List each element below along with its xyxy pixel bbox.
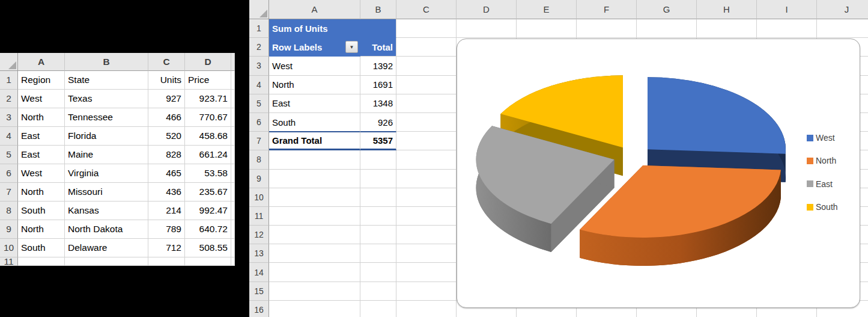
- pivot-row-value[interactable]: 1348: [360, 94, 396, 113]
- pivot-row-value[interactable]: 1392: [360, 57, 396, 75]
- row-header-12[interactable]: 12: [249, 226, 269, 244]
- column-header-C[interactable]: C: [396, 0, 457, 19]
- legend-item-east[interactable]: East: [807, 179, 833, 189]
- sheet-cell-r2-3[interactable]: 923.71: [185, 90, 231, 108]
- sheet-cell[interactable]: [269, 150, 360, 169]
- sheet-cell-sliver[interactable]: [231, 127, 235, 146]
- sheet-cell-sliver[interactable]: [231, 202, 235, 220]
- column-header-I[interactable]: I: [757, 0, 817, 19]
- sheet-cell[interactable]: [577, 19, 637, 38]
- pivot-row-value[interactable]: 1691: [360, 76, 396, 94]
- pivot-row-label[interactable]: South: [269, 113, 360, 132]
- row-header-2[interactable]: 2: [0, 90, 18, 108]
- sheet-cell-r3-1[interactable]: Tennessee: [65, 108, 148, 127]
- sheet-cell-r10-3[interactable]: 508.55: [185, 239, 231, 257]
- sheet-cell[interactable]: [269, 263, 360, 282]
- column-header-A[interactable]: A: [269, 0, 360, 19]
- sheet-cell-r8-0[interactable]: South: [18, 202, 65, 220]
- row-header-7[interactable]: 7: [0, 183, 18, 202]
- sheet-cell[interactable]: [817, 19, 868, 38]
- sheet-cell[interactable]: [396, 188, 457, 207]
- row-header-9[interactable]: 9: [249, 170, 269, 188]
- column-header-G[interactable]: G: [637, 0, 697, 19]
- sheet-cell[interactable]: [269, 282, 360, 301]
- sheet-cell-r8-3[interactable]: 992.47: [185, 202, 231, 220]
- sheet-cell-r9-2[interactable]: 789: [148, 220, 185, 239]
- row-header-10[interactable]: 10: [249, 188, 269, 207]
- sheet-cell-r6-2[interactable]: 465: [148, 164, 185, 183]
- column-header-B[interactable]: B: [360, 0, 396, 19]
- sheet-cell[interactable]: [269, 188, 360, 207]
- sheet-cell-r2-1[interactable]: Texas: [65, 90, 148, 108]
- sheet-cell-sliver[interactable]: [231, 108, 235, 127]
- sheet-cell-r7-2[interactable]: 436: [148, 183, 185, 202]
- sheet-cell[interactable]: [360, 207, 396, 226]
- column-header-C[interactable]: C: [148, 53, 185, 71]
- pivot-row-value[interactable]: 926: [360, 113, 396, 132]
- sheet-cell[interactable]: [396, 244, 457, 263]
- pivot-title-cell[interactable]: Sum of Units: [269, 19, 360, 38]
- row-header-3[interactable]: 3: [249, 57, 269, 75]
- sheet-cell-partial-2[interactable]: [148, 257, 185, 266]
- sheet-cell-r3-2[interactable]: 466: [148, 108, 185, 127]
- sheet-cell-partial-3[interactable]: [185, 257, 231, 266]
- row-header-11[interactable]: 11: [249, 207, 269, 226]
- row-header-14[interactable]: 14: [249, 263, 269, 282]
- column-header-D[interactable]: D: [457, 0, 517, 19]
- sheet-cell-r6-0[interactable]: West: [18, 164, 65, 183]
- sheet-cell[interactable]: [396, 282, 457, 301]
- sheet-cell[interactable]: [360, 263, 396, 282]
- sheet-cell[interactable]: [269, 244, 360, 263]
- column-header-A[interactable]: A: [18, 53, 65, 71]
- sheet-cell-r9-1[interactable]: North Dakota: [65, 220, 148, 239]
- sheet-cell[interactable]: [360, 301, 396, 317]
- sheet-cell-r5-1[interactable]: Maine: [65, 146, 148, 164]
- sheet-cell[interactable]: [396, 132, 457, 150]
- row-header-3[interactable]: 3: [0, 108, 18, 127]
- pivot-grand-total-value[interactable]: 5357: [360, 132, 396, 150]
- sheet-cell[interactable]: [396, 94, 457, 113]
- pivot-row-label[interactable]: East: [269, 94, 360, 113]
- column-header-J[interactable]: J: [817, 0, 868, 19]
- sheet-cell-r10-0[interactable]: South: [18, 239, 65, 257]
- sheet-cell-r6-1[interactable]: Virginia: [65, 164, 148, 183]
- sheet-cell-r4-0[interactable]: East: [18, 127, 65, 146]
- sheet-cell[interactable]: [517, 19, 577, 38]
- sheet-cell-r7-1[interactable]: Missouri: [65, 183, 148, 202]
- sheet-cell-partial-1[interactable]: [65, 257, 148, 266]
- sheet-cell[interactable]: [396, 76, 457, 94]
- column-header-B[interactable]: B: [65, 53, 148, 71]
- row-header-9[interactable]: 9: [0, 220, 18, 239]
- sheet-cell-r4-2[interactable]: 520: [148, 127, 185, 146]
- row-header-8[interactable]: 8: [0, 202, 18, 220]
- sheet-cell[interactable]: [697, 19, 757, 38]
- sheet-cell-r5-3[interactable]: 661.24: [185, 146, 231, 164]
- sheet-cell[interactable]: [269, 170, 360, 188]
- select-all-corner[interactable]: [0, 53, 18, 71]
- sheet-cell-r10-1[interactable]: Delaware: [65, 239, 148, 257]
- pivot-row-labels-header[interactable]: Row Labels▼: [269, 38, 360, 57]
- sheet-cell-sliver[interactable]: [231, 146, 235, 164]
- legend-item-north[interactable]: North: [807, 155, 836, 166]
- pie-chart-object[interactable]: WestNorthEastSouth: [457, 38, 860, 308]
- sheet-cell-hdr-3[interactable]: Price: [185, 71, 231, 90]
- sheet-cell-r9-0[interactable]: North: [18, 220, 65, 239]
- sheet-cell[interactable]: [269, 301, 360, 317]
- sheet-cell[interactable]: [360, 150, 396, 169]
- sheet-cell-r4-3[interactable]: 458.68: [185, 127, 231, 146]
- row-header-4[interactable]: 4: [249, 76, 269, 94]
- row-header-1[interactable]: 1: [0, 71, 18, 90]
- sheet-cell[interactable]: [396, 263, 457, 282]
- row-header-4[interactable]: 4: [0, 127, 18, 146]
- sheet-cell[interactable]: [360, 188, 396, 207]
- sheet-cell-sliver[interactable]: [231, 71, 235, 90]
- column-header-F[interactable]: F: [577, 0, 637, 19]
- pivot-total-header[interactable]: Total: [360, 38, 396, 57]
- sheet-cell-r7-0[interactable]: North: [18, 183, 65, 202]
- sheet-cell-r5-2[interactable]: 828: [148, 146, 185, 164]
- select-all-corner-pivot-sheet[interactable]: [249, 0, 269, 19]
- sheet-cell-r3-3[interactable]: 770.67: [185, 108, 231, 127]
- sheet-cell[interactable]: [396, 226, 457, 244]
- sheet-cell[interactable]: [757, 19, 817, 38]
- sheet-cell-r8-1[interactable]: Kansas: [65, 202, 148, 220]
